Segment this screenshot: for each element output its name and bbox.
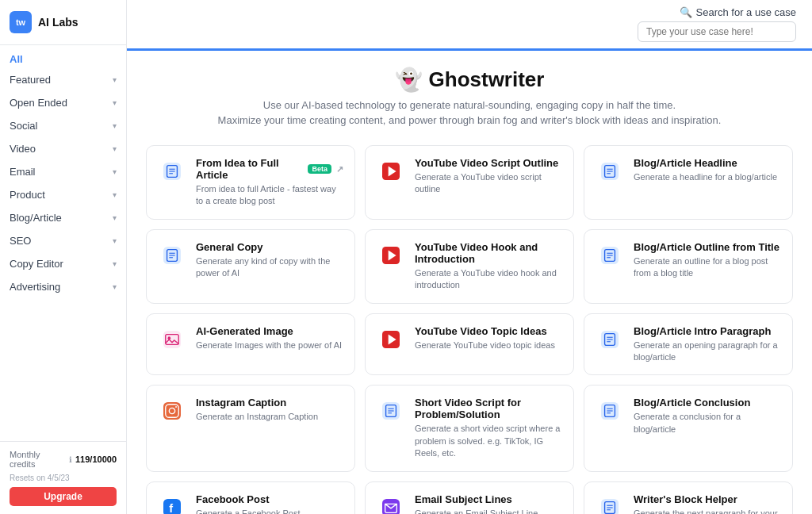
sidebar-item-open-ended[interactable]: Open Ended▾	[0, 91, 126, 114]
card-desc: Generate an Email Subject Line	[415, 508, 562, 514]
card-short-video-script[interactable]: Short Video Script for Problem/Solution …	[365, 385, 574, 471]
sidebar-item-label: SEO	[10, 235, 31, 247]
sidebar-item-email[interactable]: Email▾	[0, 160, 126, 183]
sidebar-item-blog-article[interactable]: Blog/Article▾	[0, 206, 126, 229]
card-writers-block-helper[interactable]: Writer's Block Helper Generate the next …	[584, 481, 793, 514]
card-icon	[377, 241, 405, 270]
card-desc: Generate an Instagram Caption	[196, 411, 343, 423]
card-icon	[596, 325, 624, 354]
svg-text:f: f	[169, 501, 173, 514]
card-from-idea-full-article[interactable]: From Idea to Full ArticleBeta↗ From idea…	[146, 145, 355, 220]
card-body: Blog/Article Conclusion Generate a concl…	[634, 397, 781, 435]
sidebar-item-seo[interactable]: SEO▾	[0, 229, 126, 252]
card-title: Short Video Script for Problem/Solution	[415, 397, 562, 420]
card-youtube-video-hook[interactable]: YouTube Video Hook and Introduction Gene…	[365, 229, 574, 304]
card-icon	[596, 493, 624, 514]
card-blog-article-headline[interactable]: Blog/Article Headline Generate a headlin…	[584, 145, 793, 220]
card-title: Blog/Article Headline	[634, 157, 781, 169]
card-body: Writer's Block Helper Generate the next …	[634, 493, 781, 514]
card-title: Writer's Block Helper	[634, 493, 781, 505]
card-title-text: Blog/Article Intro Paragraph	[634, 325, 771, 337]
card-desc: Generate an opening paragraph for a blog…	[634, 339, 781, 364]
card-email-subject-lines[interactable]: Email Subject Lines Generate an Email Su…	[365, 481, 574, 514]
card-youtube-video-script-outline[interactable]: YouTube Video Script Outline Generate a …	[365, 145, 574, 220]
card-title-text: Blog/Article Headline	[634, 157, 737, 169]
sidebar-item-social[interactable]: Social▾	[0, 114, 126, 137]
card-title-text: AI-Generated Image	[196, 325, 293, 337]
credits-value: 119/10000	[75, 455, 117, 464]
card-instagram-caption[interactable]: Instagram Caption Generate an Instagram …	[146, 385, 355, 471]
sidebar-item-label: Video	[10, 143, 36, 155]
card-title-text: Short Video Script for Problem/Solution	[415, 397, 562, 420]
sidebar-item-video[interactable]: Video▾	[0, 137, 126, 160]
sidebar-item-featured[interactable]: Featured▾	[0, 68, 126, 91]
sidebar-item-copy-editor[interactable]: Copy Editor▾	[0, 252, 126, 275]
card-desc: Generate any kind of copy with the power…	[196, 255, 343, 280]
card-title-text: YouTube Video Topic Ideas	[415, 325, 547, 337]
card-title-text: YouTube Video Script Outline	[415, 157, 558, 169]
card-desc: Generate a YouTube video hook and introd…	[415, 267, 562, 292]
card-desc: Generate a conclusion for a blog/article	[634, 411, 781, 435]
card-icon	[596, 241, 624, 270]
sidebar-all-label[interactable]: All	[0, 45, 126, 68]
sidebar: tw AI Labs All Featured▾Open Ended▾Socia…	[0, 0, 127, 514]
card-desc: Generate Images with the power of AI	[196, 339, 343, 351]
card-general-copy[interactable]: General Copy Generate any kind of copy w…	[146, 229, 355, 304]
card-blog-article-outline-title[interactable]: Blog/Article Outline from Title Generate…	[584, 229, 793, 304]
search-area: 🔍 Search for a use case	[638, 6, 796, 42]
page-title: Ghostwriter	[429, 67, 545, 92]
card-body: AI-Generated Image Generate Images with …	[196, 325, 343, 351]
card-icon	[596, 157, 624, 186]
badge-beta: Beta	[308, 164, 331, 174]
chevron-down-icon: ▾	[113, 121, 117, 130]
card-icon	[158, 157, 186, 186]
card-body: YouTube Video Hook and Introduction Gene…	[415, 241, 562, 292]
card-blog-article-conclusion[interactable]: Blog/Article Conclusion Generate a concl…	[584, 385, 793, 471]
card-body: Blog/Article Headline Generate a headlin…	[634, 157, 781, 183]
card-title: YouTube Video Topic Ideas	[415, 325, 562, 337]
card-body: Facebook Post Generate a Facebook Post	[196, 493, 343, 514]
card-icon	[377, 493, 405, 514]
search-icon: 🔍	[680, 6, 692, 18]
card-body: General Copy Generate any kind of copy w…	[196, 241, 343, 280]
cards-grid: From Idea to Full ArticleBeta↗ From idea…	[146, 145, 793, 514]
logo-text: AI Labs	[38, 16, 79, 29]
card-title-text: Blog/Article Outline from Title	[634, 241, 779, 253]
page-desc1: Use our AI-based technology to generate …	[146, 99, 793, 111]
card-title-text: From Idea to Full Article	[196, 157, 303, 181]
card-title: Facebook Post	[196, 493, 343, 505]
search-label: 🔍 Search for a use case	[680, 6, 796, 18]
sidebar-nav: Featured▾Open Ended▾Social▾Video▾Email▾P…	[0, 68, 126, 298]
chevron-down-icon: ▾	[113, 75, 117, 84]
card-body: Blog/Article Intro Paragraph Generate an…	[634, 325, 781, 364]
card-desc: Generate a Facebook Post	[196, 508, 343, 514]
card-blog-article-intro-paragraph[interactable]: Blog/Article Intro Paragraph Generate an…	[584, 313, 793, 376]
card-body: Blog/Article Outline from Title Generate…	[634, 241, 781, 280]
search-input[interactable]	[638, 21, 796, 42]
card-title-text: General Copy	[196, 241, 263, 253]
sidebar-item-product[interactable]: Product▾	[0, 183, 126, 206]
card-facebook-post[interactable]: f Facebook Post Generate a Facebook Post	[146, 481, 355, 514]
sidebar-footer: Monthly credits ℹ 119/10000 Resets on 4/…	[0, 441, 126, 514]
card-title: AI-Generated Image	[196, 325, 343, 337]
content-area: 👻 Ghostwriter Use our AI-based technolog…	[127, 51, 812, 514]
card-title: YouTube Video Hook and Introduction	[415, 241, 562, 265]
sidebar-item-label: Email	[10, 166, 36, 178]
card-icon	[158, 241, 186, 270]
chevron-down-icon: ▾	[113, 98, 117, 107]
card-ai-generated-image[interactable]: AI-Generated Image Generate Images with …	[146, 313, 355, 376]
card-youtube-video-topic-ideas[interactable]: YouTube Video Topic Ideas Generate YouTu…	[365, 313, 574, 376]
card-icon	[158, 397, 186, 425]
svg-point-36	[175, 406, 177, 408]
page-header: 👻 Ghostwriter Use our AI-based technolog…	[146, 67, 793, 126]
chevron-down-icon: ▾	[113, 190, 117, 199]
card-icon	[377, 325, 405, 354]
card-body: From Idea to Full ArticleBeta↗ From idea…	[196, 157, 343, 208]
card-desc: From idea to full Article - fastest way …	[196, 183, 343, 208]
sidebar-item-advertising[interactable]: Advertising▾	[0, 275, 126, 298]
credits-label: Monthly credits	[10, 450, 66, 469]
sidebar-logo: tw AI Labs	[0, 0, 126, 45]
card-icon	[377, 157, 405, 186]
upgrade-button[interactable]: Upgrade	[10, 487, 117, 506]
card-desc: Generate the next paragraph for your art…	[634, 508, 781, 514]
